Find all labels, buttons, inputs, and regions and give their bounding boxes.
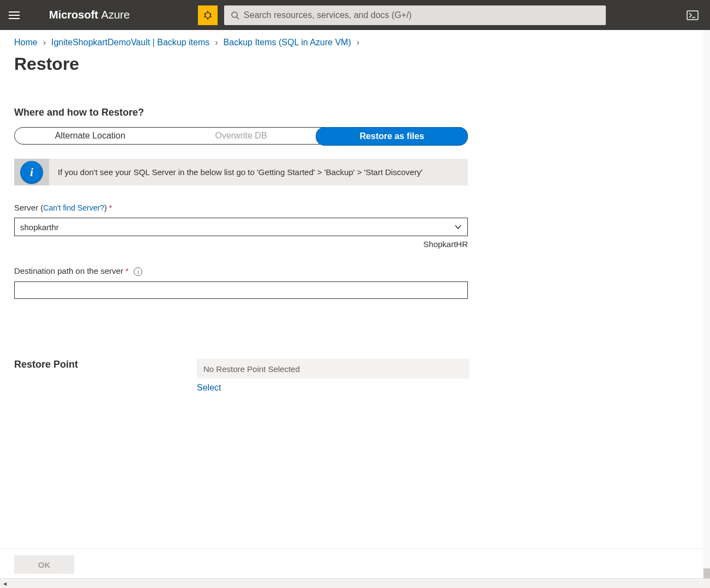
restore-point-label: Restore Point <box>14 359 197 370</box>
server-field: Server (Can't find Server?)* shopkarthr … <box>14 203 477 249</box>
info-tooltip-icon[interactable]: i <box>134 267 142 276</box>
chevron-right-icon: › <box>43 38 46 47</box>
destination-path-field: Destination path on the server* i <box>14 266 477 299</box>
required-indicator: * <box>125 267 128 275</box>
info-banner-text: If you don't see your SQL Server in the … <box>49 159 431 185</box>
global-search[interactable] <box>224 5 606 25</box>
server-select[interactable]: shopkarthr <box>14 218 468 236</box>
info-banner: i If you don't see your SQL Server in th… <box>14 159 468 185</box>
info-icon: i <box>20 161 43 184</box>
destination-path-label: Destination path on the server <box>14 266 123 275</box>
svg-point-7 <box>232 12 237 17</box>
svg-point-0 <box>205 13 210 18</box>
cant-find-server-link[interactable]: Can't find Server? <box>43 203 104 212</box>
search-icon <box>231 11 239 20</box>
required-indicator: * <box>109 203 112 212</box>
tab-overwrite-db[interactable]: Overwrite DB <box>166 128 317 144</box>
breadcrumb-home[interactable]: Home <box>14 38 38 47</box>
breadcrumb: Home › IgniteShopkartDemoVault | Backup … <box>0 30 710 51</box>
server-label-suffix: ) <box>104 203 107 212</box>
page-title: Restore <box>0 51 710 74</box>
tab-alternate-location[interactable]: Alternate Location <box>15 128 166 144</box>
chevron-down-icon <box>454 223 462 231</box>
breadcrumb-backup-items[interactable]: Backup Items (SQL in Azure VM) <box>224 38 351 47</box>
restore-mode-tabs: Alternate Location Overwrite DB Restore … <box>14 127 468 145</box>
cloud-shell-icon <box>687 10 699 20</box>
search-input[interactable] <box>244 10 599 20</box>
select-restore-point-link[interactable]: Select <box>197 383 221 393</box>
breadcrumb-vault[interactable]: IgniteShopkartDemoVault | Backup items <box>51 38 209 47</box>
brand-title: Microsoft Azure <box>49 9 130 21</box>
hamburger-menu-icon[interactable] <box>9 9 22 22</box>
report-bug-button[interactable] <box>198 5 218 25</box>
footer-bar: OK <box>0 548 703 574</box>
tab-restore-as-files[interactable]: Restore as files <box>316 127 468 146</box>
server-select-value: shopkarthr <box>20 223 59 232</box>
bug-icon <box>202 10 213 21</box>
brand-bold: Microsoft <box>49 9 101 21</box>
vertical-scrollbar[interactable] <box>703 30 710 578</box>
destination-path-input[interactable] <box>14 281 468 299</box>
info-icon-cell: i <box>14 159 49 185</box>
svg-rect-9 <box>687 11 698 20</box>
ok-button[interactable]: OK <box>14 555 74 574</box>
horizontal-scrollbar[interactable]: ◄ <box>0 578 710 588</box>
content-area: Where and how to Restore? Alternate Loca… <box>0 74 491 393</box>
top-bar: Microsoft Azure <box>0 0 710 30</box>
restore-point-section: Restore Point No Restore Point Selected … <box>14 359 477 393</box>
chevron-right-icon: › <box>215 38 218 47</box>
server-label-prefix: Server ( <box>14 203 43 212</box>
svg-line-8 <box>237 17 239 19</box>
scroll-left-icon[interactable]: ◄ <box>1 580 9 587</box>
cloud-shell-button[interactable] <box>684 7 701 24</box>
brand-light: Azure <box>101 9 130 21</box>
restore-point-value: No Restore Point Selected <box>197 359 470 379</box>
server-caption: ShopkartHR <box>14 239 468 249</box>
chevron-right-icon: › <box>357 38 359 47</box>
section-heading: Where and how to Restore? <box>14 107 477 118</box>
